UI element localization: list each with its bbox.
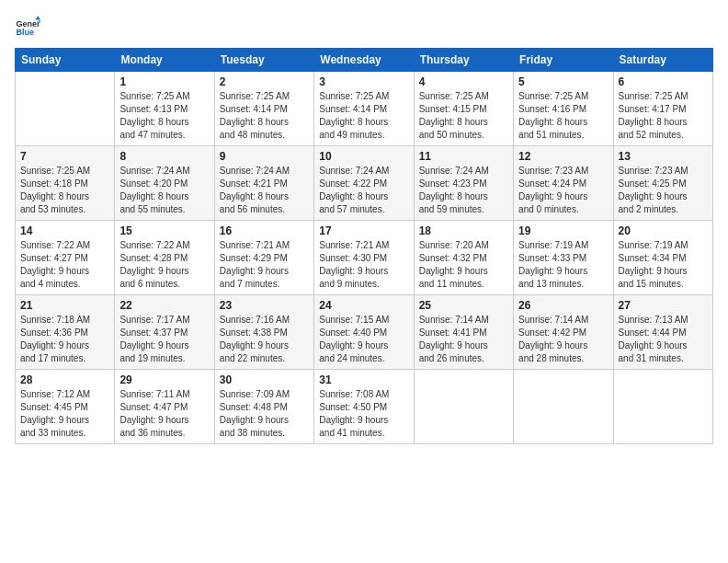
calendar-cell: 7Sunrise: 7:25 AMSunset: 4:18 PMDaylight… <box>16 146 115 221</box>
day-number: 9 <box>220 150 309 163</box>
day-info: Sunrise: 7:13 AMSunset: 4:44 PMDaylight:… <box>619 314 708 365</box>
day-number: 28 <box>20 373 109 386</box>
calendar-cell: 29Sunrise: 7:11 AMSunset: 4:47 PMDayligh… <box>115 370 214 444</box>
calendar-week-row: 28Sunrise: 7:12 AMSunset: 4:45 PMDayligh… <box>16 370 713 444</box>
calendar-week-row: 1Sunrise: 7:25 AMSunset: 4:13 PMDaylight… <box>16 72 713 146</box>
day-number: 16 <box>220 224 309 237</box>
day-info: Sunrise: 7:15 AMSunset: 4:40 PMDaylight:… <box>319 314 408 365</box>
calendar-cell: 5Sunrise: 7:25 AMSunset: 4:16 PMDaylight… <box>514 72 613 146</box>
calendar-week-row: 21Sunrise: 7:18 AMSunset: 4:36 PMDayligh… <box>16 295 713 370</box>
day-number: 19 <box>518 224 608 237</box>
weekday-header-thursday: Thursday <box>414 49 513 72</box>
day-info: Sunrise: 7:11 AMSunset: 4:47 PMDaylight:… <box>119 388 209 440</box>
calendar-cell: 1Sunrise: 7:25 AMSunset: 4:13 PMDaylight… <box>115 72 214 146</box>
logo-icon: General Blue <box>15 15 40 40</box>
day-number: 27 <box>619 299 708 312</box>
day-number: 26 <box>518 299 608 312</box>
calendar-cell: 27Sunrise: 7:13 AMSunset: 4:44 PMDayligh… <box>613 295 712 370</box>
calendar-cell: 28Sunrise: 7:12 AMSunset: 4:45 PMDayligh… <box>16 370 115 444</box>
day-number: 29 <box>119 373 209 386</box>
day-info: Sunrise: 7:24 AMSunset: 4:21 PMDaylight:… <box>220 165 309 216</box>
day-number: 17 <box>319 224 408 237</box>
calendar-cell: 15Sunrise: 7:22 AMSunset: 4:28 PMDayligh… <box>115 221 214 295</box>
calendar-cell: 13Sunrise: 7:23 AMSunset: 4:25 PMDayligh… <box>613 146 712 221</box>
calendar-cell: 17Sunrise: 7:21 AMSunset: 4:30 PMDayligh… <box>314 221 414 295</box>
day-info: Sunrise: 7:25 AMSunset: 4:13 PMDaylight:… <box>119 90 209 142</box>
calendar-cell <box>514 370 613 444</box>
calendar-cell: 6Sunrise: 7:25 AMSunset: 4:17 PMDaylight… <box>613 72 712 146</box>
day-number: 3 <box>319 75 408 88</box>
page-header: General Blue <box>15 15 713 40</box>
day-number: 23 <box>220 299 309 312</box>
day-number: 12 <box>518 150 608 163</box>
day-info: Sunrise: 7:22 AMSunset: 4:28 PMDaylight:… <box>119 239 209 291</box>
day-number: 11 <box>419 150 508 163</box>
calendar-week-row: 14Sunrise: 7:22 AMSunset: 4:27 PMDayligh… <box>16 221 713 295</box>
day-info: Sunrise: 7:25 AMSunset: 4:17 PMDaylight:… <box>619 90 708 142</box>
day-info: Sunrise: 7:21 AMSunset: 4:29 PMDaylight:… <box>220 239 309 291</box>
calendar-cell: 22Sunrise: 7:17 AMSunset: 4:37 PMDayligh… <box>115 295 214 370</box>
day-info: Sunrise: 7:12 AMSunset: 4:45 PMDaylight:… <box>20 388 109 440</box>
day-number: 18 <box>419 224 508 237</box>
calendar-cell: 25Sunrise: 7:14 AMSunset: 4:41 PMDayligh… <box>414 295 513 370</box>
calendar-cell: 12Sunrise: 7:23 AMSunset: 4:24 PMDayligh… <box>514 146 613 221</box>
day-number: 10 <box>319 150 408 163</box>
day-number: 8 <box>119 150 209 163</box>
calendar-cell: 11Sunrise: 7:24 AMSunset: 4:23 PMDayligh… <box>414 146 513 221</box>
day-info: Sunrise: 7:25 AMSunset: 4:18 PMDaylight:… <box>20 165 109 216</box>
day-number: 15 <box>119 224 209 237</box>
calendar-cell: 9Sunrise: 7:24 AMSunset: 4:21 PMDaylight… <box>214 146 313 221</box>
day-info: Sunrise: 7:23 AMSunset: 4:24 PMDaylight:… <box>518 165 608 216</box>
day-number: 24 <box>319 299 408 312</box>
day-number: 25 <box>419 299 508 312</box>
calendar-table: SundayMondayTuesdayWednesdayThursdayFrid… <box>15 48 713 444</box>
day-info: Sunrise: 7:21 AMSunset: 4:30 PMDaylight:… <box>319 239 408 291</box>
calendar-week-row: 7Sunrise: 7:25 AMSunset: 4:18 PMDaylight… <box>16 146 713 221</box>
weekday-header-tuesday: Tuesday <box>214 49 313 72</box>
day-info: Sunrise: 7:25 AMSunset: 4:16 PMDaylight:… <box>518 90 608 142</box>
day-info: Sunrise: 7:16 AMSunset: 4:38 PMDaylight:… <box>220 314 309 365</box>
day-info: Sunrise: 7:22 AMSunset: 4:27 PMDaylight:… <box>20 239 109 291</box>
calendar-cell: 19Sunrise: 7:19 AMSunset: 4:33 PMDayligh… <box>514 221 613 295</box>
calendar-cell: 10Sunrise: 7:24 AMSunset: 4:22 PMDayligh… <box>314 146 414 221</box>
logo: General Blue <box>15 15 42 40</box>
svg-text:Blue: Blue <box>16 28 34 37</box>
day-info: Sunrise: 7:08 AMSunset: 4:50 PMDaylight:… <box>319 388 408 440</box>
day-info: Sunrise: 7:19 AMSunset: 4:33 PMDaylight:… <box>518 239 608 291</box>
day-info: Sunrise: 7:09 AMSunset: 4:48 PMDaylight:… <box>220 388 309 440</box>
day-number: 6 <box>619 75 708 88</box>
calendar-cell: 3Sunrise: 7:25 AMSunset: 4:14 PMDaylight… <box>314 72 414 146</box>
calendar-cell: 21Sunrise: 7:18 AMSunset: 4:36 PMDayligh… <box>16 295 115 370</box>
calendar-cell <box>16 72 115 146</box>
day-number: 13 <box>619 150 708 163</box>
day-info: Sunrise: 7:25 AMSunset: 4:14 PMDaylight:… <box>319 90 408 142</box>
day-info: Sunrise: 7:25 AMSunset: 4:15 PMDaylight:… <box>419 90 508 142</box>
day-number: 22 <box>119 299 209 312</box>
day-number: 7 <box>20 150 109 163</box>
day-info: Sunrise: 7:23 AMSunset: 4:25 PMDaylight:… <box>619 165 708 216</box>
day-number: 14 <box>20 224 109 237</box>
day-number: 5 <box>518 75 608 88</box>
day-number: 1 <box>119 75 209 88</box>
day-info: Sunrise: 7:18 AMSunset: 4:36 PMDaylight:… <box>20 314 109 365</box>
calendar-cell <box>414 370 513 444</box>
calendar-cell: 18Sunrise: 7:20 AMSunset: 4:32 PMDayligh… <box>414 221 513 295</box>
calendar-cell: 23Sunrise: 7:16 AMSunset: 4:38 PMDayligh… <box>214 295 313 370</box>
day-info: Sunrise: 7:20 AMSunset: 4:32 PMDaylight:… <box>419 239 508 291</box>
day-number: 31 <box>319 373 408 386</box>
day-info: Sunrise: 7:17 AMSunset: 4:37 PMDaylight:… <box>119 314 209 365</box>
day-info: Sunrise: 7:24 AMSunset: 4:20 PMDaylight:… <box>119 165 209 216</box>
svg-text:General: General <box>16 19 40 29</box>
day-number: 2 <box>220 75 309 88</box>
calendar-cell: 16Sunrise: 7:21 AMSunset: 4:29 PMDayligh… <box>214 221 313 295</box>
day-info: Sunrise: 7:14 AMSunset: 4:41 PMDaylight:… <box>419 314 508 365</box>
day-number: 4 <box>419 75 508 88</box>
day-info: Sunrise: 7:24 AMSunset: 4:22 PMDaylight:… <box>319 165 408 216</box>
weekday-header-saturday: Saturday <box>613 49 712 72</box>
weekday-header-friday: Friday <box>514 49 613 72</box>
calendar-cell: 8Sunrise: 7:24 AMSunset: 4:20 PMDaylight… <box>115 146 214 221</box>
calendar-cell: 2Sunrise: 7:25 AMSunset: 4:14 PMDaylight… <box>214 72 313 146</box>
weekday-header-sunday: Sunday <box>16 49 115 72</box>
weekday-header-monday: Monday <box>115 49 214 72</box>
calendar-cell: 14Sunrise: 7:22 AMSunset: 4:27 PMDayligh… <box>16 221 115 295</box>
